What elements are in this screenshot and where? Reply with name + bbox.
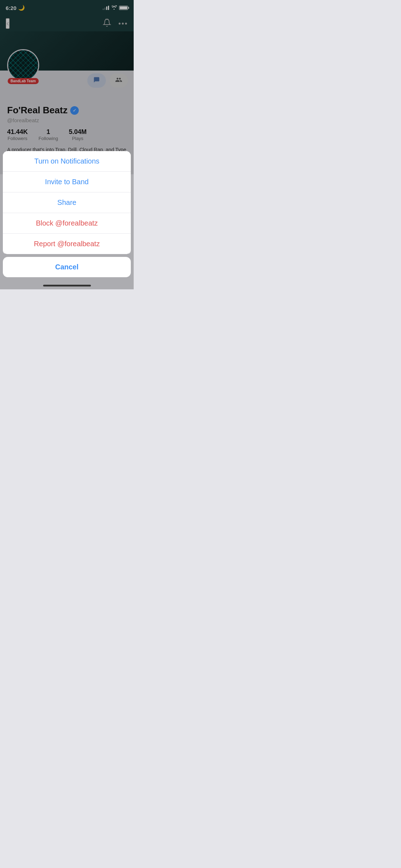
- cancel-button[interactable]: Cancel: [3, 257, 131, 277]
- invite-to-band-button[interactable]: Invite to Band: [3, 171, 131, 192]
- sheet-cancel-group: Cancel: [3, 257, 131, 277]
- report-button[interactable]: Report @forealbeatz: [3, 233, 131, 254]
- home-indicator: [43, 285, 91, 286]
- sheet-main-group: Turn on Notifications Invite to Band Sha…: [3, 151, 131, 254]
- block-button[interactable]: Block @forealbeatz: [3, 213, 131, 233]
- turn-on-notifications-button[interactable]: Turn on Notifications: [3, 151, 131, 171]
- action-sheet: Turn on Notifications Invite to Band Sha…: [0, 151, 134, 289]
- share-button[interactable]: Share: [3, 192, 131, 213]
